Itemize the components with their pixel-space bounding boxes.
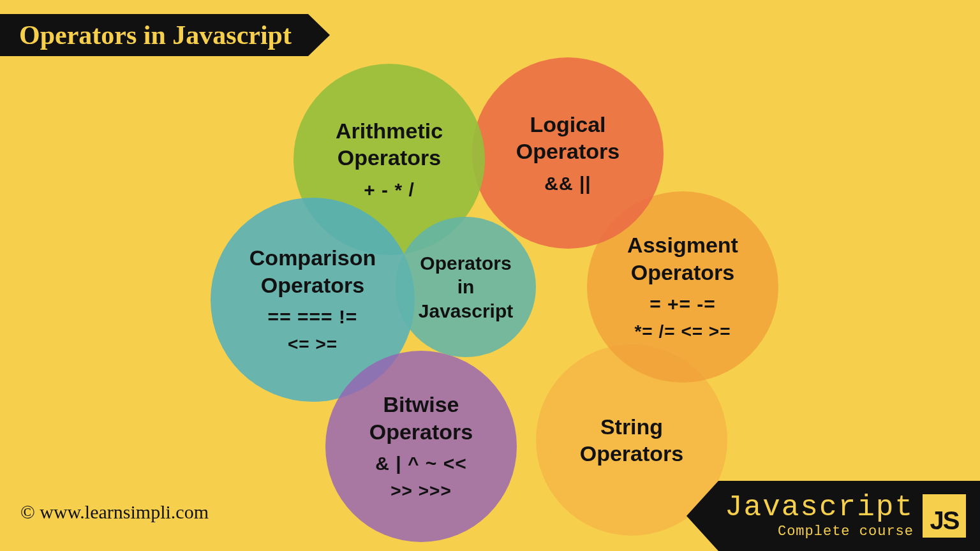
bubble-center-l1: Operators — [420, 251, 511, 276]
bubble-arithmetic-title2: Operators — [338, 144, 442, 172]
bubble-comparison-sym1: == === != — [268, 305, 358, 329]
brand-line1: Javascript — [725, 493, 914, 522]
brand-text: Javascript Complete course — [725, 493, 914, 539]
bubble-logical: Logical Operators && || — [472, 57, 664, 249]
bubble-bitwise-title2: Operators — [369, 418, 473, 446]
bubble-bitwise-sym1: & | ^ ~ << — [375, 452, 466, 476]
brand-body: Javascript Complete course JS — [718, 481, 980, 551]
bubble-logical-title1: Logical — [530, 111, 605, 138]
bubble-assignment-sym2: *= /= <= >= — [634, 320, 731, 342]
bubble-arithmetic-sym: + - * / — [364, 178, 415, 202]
bubble-comparison-title1: Comparison — [249, 244, 376, 272]
bubble-assignment-title2: Operators — [631, 259, 735, 286]
bubble-logical-title2: Operators — [516, 138, 620, 165]
bubble-comparison-sym2: <= >= — [288, 333, 338, 355]
bubble-center: Operators in Javascript — [396, 217, 536, 357]
bubble-center-l3: Javascript — [419, 299, 513, 323]
bubble-arithmetic-title1: Arithmetic — [336, 117, 443, 145]
bubble-bitwise: Bitwise Operators & | ^ ~ << >> >>> — [325, 351, 517, 542]
bubble-assignment-title1: Assigment — [627, 231, 738, 259]
copyright-text: © www.learnsimpli.com — [20, 501, 209, 523]
brand-arrow-icon — [687, 481, 718, 551]
js-logo-icon: JS — [923, 494, 966, 538]
bubble-logical-sym: && || — [544, 172, 591, 196]
bubble-bitwise-title1: Bitwise — [383, 391, 459, 418]
bubble-comparison-title2: Operators — [261, 272, 365, 299]
page-title: Operators in Javascript — [0, 14, 308, 56]
bubble-bitwise-sym2: >> >>> — [390, 480, 452, 502]
bubble-assignment-sym1: = += -= — [650, 292, 716, 316]
bubble-string-title1: String — [600, 413, 663, 441]
bubble-center-l2: in — [457, 275, 475, 299]
brand-line2: Complete course — [778, 525, 914, 539]
brand-ribbon: Javascript Complete course JS — [687, 481, 980, 551]
ribbon-arrow-icon — [308, 14, 330, 56]
bubble-string-title2: Operators — [580, 440, 684, 467]
operators-diagram: String Operators Assigment Operators = +… — [217, 57, 791, 551]
title-ribbon: Operators in Javascript — [0, 14, 330, 56]
